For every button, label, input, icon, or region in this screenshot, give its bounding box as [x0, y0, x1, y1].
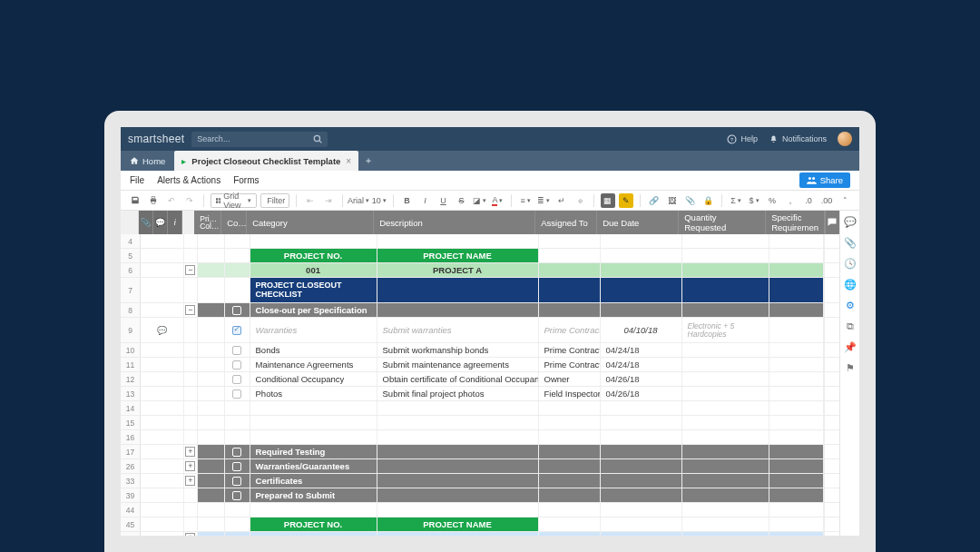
table-row[interactable]: 14: [121, 401, 839, 416]
align-icon[interactable]: ≡▾: [518, 193, 533, 208]
image-icon[interactable]: 🖼: [664, 193, 679, 208]
collapse-button[interactable]: −: [185, 265, 195, 275]
undo-icon[interactable]: ↶: [164, 193, 179, 208]
automation-icon[interactable]: ⚑: [846, 362, 855, 374]
help-link[interactable]: ? Help: [727, 134, 758, 144]
avatar[interactable]: [838, 132, 852, 146]
checkbox[interactable]: [232, 346, 241, 355]
font-dropdown[interactable]: Arial▾: [348, 193, 368, 208]
expand-button[interactable]: +: [185, 533, 195, 536]
menu-forms[interactable]: Forms: [233, 175, 259, 185]
pin-icon[interactable]: 📌: [844, 341, 857, 353]
attachment-icon[interactable]: 📎: [682, 193, 697, 208]
conditional-format-icon[interactable]: ▦: [601, 193, 615, 208]
link-icon[interactable]: 🔗: [646, 193, 661, 208]
table-row[interactable]: 44: [121, 503, 839, 518]
underline-icon[interactable]: U: [436, 193, 450, 208]
col-description[interactable]: Description: [374, 211, 535, 234]
sum-icon[interactable]: Σ▾: [729, 193, 743, 208]
document-tab[interactable]: ▸ Project Closeout Checklist Template ×: [174, 151, 358, 171]
table-row[interactable]: 4: [121, 234, 839, 249]
comment-icon[interactable]: 💬: [155, 318, 170, 342]
checkbox[interactable]: [232, 306, 241, 315]
section-row[interactable]: 8− Close-out per Specification: [121, 303, 839, 318]
print-icon[interactable]: [146, 193, 161, 208]
checkbox[interactable]: [232, 462, 241, 471]
fill-color-icon[interactable]: ◪▾: [472, 193, 486, 208]
table-row[interactable]: 10 Bonds Submit workmanship bonds Prime …: [121, 343, 839, 358]
outdent-icon[interactable]: ⇤: [303, 193, 318, 208]
format-icon[interactable]: ⟐: [573, 193, 587, 208]
share-button[interactable]: Share: [799, 172, 850, 188]
expand-button[interactable]: +: [185, 447, 195, 457]
dec-dec-icon[interactable]: .00: [819, 193, 834, 208]
section-row[interactable]: 33+Certificates: [121, 474, 839, 488]
checkbox[interactable]: [232, 491, 241, 500]
menu-alerts[interactable]: Alerts & Actions: [157, 175, 220, 185]
filter-button[interactable]: Filter: [260, 193, 289, 208]
info-col-header[interactable]: i: [168, 211, 182, 234]
dec-inc-icon[interactable]: .0: [801, 193, 816, 208]
section-row[interactable]: 17+Required Testing: [121, 445, 839, 459]
close-icon[interactable]: ×: [346, 156, 351, 166]
checkbox[interactable]: [232, 326, 241, 335]
attachment-col-header[interactable]: 📎: [139, 211, 153, 234]
col-due[interactable]: Due Date: [597, 211, 679, 234]
strike-icon[interactable]: S: [454, 193, 468, 208]
table-row[interactable]: 15: [121, 416, 839, 430]
redo-icon[interactable]: ↷: [182, 193, 197, 208]
col-category[interactable]: Category: [247, 211, 374, 234]
home-tab[interactable]: Home: [121, 151, 174, 171]
indent-icon[interactable]: ⇥: [321, 193, 336, 208]
project-row[interactable]: 46+ 002 PROJECT B: [121, 532, 839, 536]
menu-file[interactable]: File: [130, 175, 144, 185]
collapse-button[interactable]: −: [185, 305, 195, 315]
globe-icon[interactable]: 🌐: [844, 279, 857, 291]
checkbox[interactable]: [232, 375, 241, 384]
lock-icon[interactable]: 🔒: [701, 193, 715, 208]
percent-icon[interactable]: %: [765, 193, 779, 208]
gridview-dropdown[interactable]: Grid View ▾: [211, 193, 257, 208]
save-icon[interactable]: [128, 193, 142, 208]
project-header-row[interactable]: 45 PROJECT NO. PROJECT NAME: [121, 518, 839, 532]
bold-icon[interactable]: B: [399, 193, 414, 208]
section-row[interactable]: 39Prepared to Submit: [121, 488, 839, 503]
text-color-icon[interactable]: A▾: [490, 193, 505, 208]
checkbox[interactable]: [232, 360, 241, 370]
table-row[interactable]: 11 Maintenance Agreements Submit mainten…: [121, 358, 839, 372]
search-box[interactable]: [191, 132, 328, 147]
checkbox[interactable]: [232, 389, 241, 399]
col-spec[interactable]: Specific Requiremen: [766, 211, 825, 234]
row-comment-header[interactable]: [825, 211, 839, 234]
comment-col-header[interactable]: 💬: [153, 211, 168, 234]
checkbox[interactable]: [232, 477, 241, 486]
wrap-icon[interactable]: ↵: [554, 193, 569, 208]
activity-panel-icon[interactable]: 🕓: [844, 258, 857, 270]
new-tab-button[interactable]: ＋: [358, 151, 378, 171]
table-row[interactable]: 13 Photos Submit final project photos Fi…: [121, 387, 839, 401]
notifications-link[interactable]: Notifications: [769, 134, 827, 144]
project-row[interactable]: 6− 001 PROJECT A: [121, 263, 839, 278]
col-complete[interactable]: Co…: [221, 211, 247, 234]
table-row[interactable]: 9💬 Warranties Submit warranties Prime Co…: [121, 318, 839, 343]
search-input[interactable]: [197, 134, 313, 143]
expand-button[interactable]: +: [185, 476, 195, 486]
closeout-header-row[interactable]: 7 PROJECT CLOSEOUT CHECKLIST: [121, 278, 839, 303]
table-row[interactable]: 12 Conditional Occupancy Obtain certific…: [121, 372, 839, 387]
col-qty[interactable]: Quantity Requested: [679, 211, 766, 234]
attachments-panel-icon[interactable]: 📎: [844, 237, 857, 249]
settings-panel-icon[interactable]: ⚙: [846, 300, 855, 311]
checkbox[interactable]: [232, 448, 241, 457]
copy-panel-icon[interactable]: ⧉: [847, 320, 854, 332]
comments-panel-icon[interactable]: 💬: [844, 216, 857, 228]
fontsize-dropdown[interactable]: 10▾: [372, 193, 387, 208]
section-row[interactable]: 26+Warranties/Guarantees: [121, 459, 839, 474]
valign-icon[interactable]: ≣▾: [536, 193, 551, 208]
col-assigned[interactable]: Assigned To: [535, 211, 597, 234]
col-priority[interactable]: Pri… Col…: [194, 211, 221, 234]
comma-icon[interactable]: ,: [783, 193, 798, 208]
table-row[interactable]: 16: [121, 430, 839, 445]
project-header-row[interactable]: 5 PROJECT NO. PROJECT NAME: [121, 249, 839, 263]
italic-icon[interactable]: I: [417, 193, 432, 208]
expand-button[interactable]: +: [185, 461, 195, 471]
